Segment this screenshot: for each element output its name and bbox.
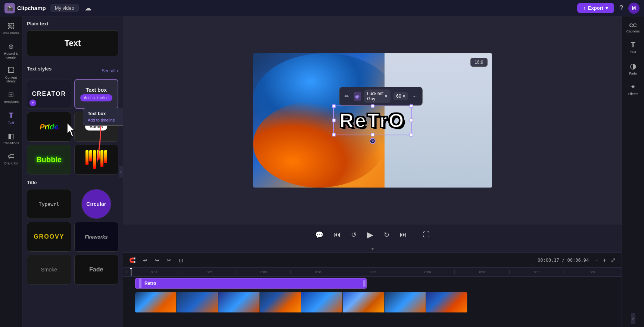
title-card-smoke[interactable]: Smoke — [27, 255, 71, 284]
undo-button[interactable]: ↩ — [141, 256, 149, 265]
title-card-groovy[interactable]: GROOVY — [27, 222, 71, 252]
handle-top-right[interactable] — [410, 104, 413, 108]
right-sidebar-effects[interactable]: ✦ Effects — [623, 80, 644, 99]
sidebar-item-record[interactable]: ⊕ Record & create — [1, 40, 22, 62]
style-card-button[interactable]: Button — [74, 112, 119, 142]
title-card-typewriter[interactable]: Typewrl — [27, 189, 71, 219]
sidebar-item-brand-kit[interactable]: 🏷 Brand kit — [1, 150, 22, 168]
video-preview: ✏ ◉ Luckiest Guy ▾ 60 ▾ ··· — [123, 16, 622, 224]
skip-end-button[interactable]: ⏭ — [398, 229, 409, 241]
right-sidebar-captions[interactable]: CC Captions — [623, 19, 644, 36]
timeline-ruler: 0:01 0:02 0:03 0:04 0:05 0:06 0:07 0:08 … — [123, 268, 622, 277]
style-card-glitch[interactable] — [74, 145, 119, 174]
fade-icon: ◑ — [630, 62, 636, 70]
style-button[interactable]: ◉ — [354, 92, 361, 101]
style-card-bubble[interactable]: Bubble — [27, 145, 71, 174]
export-button[interactable]: ↑ Export ▾ — [577, 3, 614, 13]
sidebar-item-transitions[interactable]: ◧ Transitions — [1, 129, 22, 148]
cut-button[interactable]: ✂ — [165, 256, 173, 265]
style-card-textbox[interactable]: Text box Add to timeline — [74, 79, 119, 109]
your-media-label: Your media — [3, 31, 19, 35]
video-thumb-1 — [135, 292, 177, 312]
font-selector[interactable]: Luckiest Guy ▾ — [364, 89, 390, 103]
captions-icon: CC — [629, 22, 637, 28]
rotate-handle[interactable]: ↻ — [370, 138, 376, 144]
text-style-grid: CREATOR + Text box Add to timeline Pride — [27, 79, 118, 174]
skip-start-button[interactable]: ⏮ — [332, 229, 343, 241]
your-media-icon: 🖼 — [8, 22, 15, 30]
right-sidebar-text[interactable]: T Text — [623, 38, 644, 57]
textbox-label: Text box — [85, 87, 107, 93]
title-card-circular[interactable]: Circular — [81, 189, 111, 219]
ruler-mark-007: 0:07 — [454, 270, 509, 274]
hide-right-panel-button[interactable]: › — [631, 313, 635, 324]
timeline-playhead[interactable] — [131, 268, 131, 276]
fade-label: Fade — [629, 72, 637, 75]
magnet-tool-button[interactable]: 🧲 — [128, 256, 137, 265]
handle-bottom-right[interactable] — [410, 133, 413, 136]
title-card-fireworks[interactable]: Fireworks — [74, 222, 119, 252]
style-card-creator[interactable]: CREATOR + — [27, 79, 71, 109]
font-name-label: Luckiest Guy — [367, 91, 383, 101]
timeline-collapse-row[interactable]: ▾ — [123, 245, 622, 253]
handle-bottom-left[interactable] — [332, 133, 335, 136]
fullscreen-button[interactable]: ⛶ — [421, 229, 432, 241]
play-button[interactable]: ▶ — [365, 228, 376, 242]
right-sidebar-fade[interactable]: ◑ Fade — [623, 59, 644, 78]
handle-mid-right[interactable] — [410, 119, 413, 122]
handle-mid-left[interactable] — [332, 119, 335, 122]
sidebar-item-your-media[interactable]: 🖼 Your media — [1, 19, 22, 38]
split-button[interactable]: ⊡ — [177, 256, 185, 265]
content-library-label: Content library — [2, 76, 20, 83]
text-selection-box[interactable]: ReTrO ↻ — [333, 106, 412, 135]
text-clip[interactable]: Retro — [135, 278, 367, 289]
playback-controls: 💬 ⏮ ↺ ▶ ↻ ⏭ ⛶ — [123, 224, 622, 245]
help-button[interactable]: ? — [618, 3, 625, 13]
fast-forward-button[interactable]: ↻ — [382, 229, 392, 241]
clip-handle-right[interactable] — [363, 280, 365, 287]
transitions-label: Transitions — [3, 141, 19, 145]
aspect-ratio-badge[interactable]: 16:9 — [470, 58, 487, 67]
video-title[interactable]: My video — [50, 4, 79, 12]
video-clip[interactable] — [135, 292, 467, 312]
content-library-icon: 🎞 — [8, 67, 15, 75]
ruler-mark-005: 0:05 — [345, 270, 400, 274]
user-avatar[interactable]: M — [628, 3, 640, 14]
handle-top-left[interactable] — [332, 104, 335, 108]
ruler-marks: 0:01 0:02 0:03 0:04 0:05 0:06 0:07 0:08 … — [126, 270, 619, 274]
title-card-fade[interactable]: Fade — [74, 255, 119, 284]
see-all-button[interactable]: See all › — [102, 68, 118, 73]
fit-to-window-button[interactable]: ⤢ — [609, 255, 617, 265]
fireworks-text: Fireworks — [85, 234, 108, 240]
smoke-text: Smoke — [41, 267, 57, 273]
zoom-out-button[interactable]: − — [593, 255, 600, 265]
handle-top-mid[interactable] — [371, 104, 374, 108]
icon-sidebar: 🖼 Your media ⊕ Record & create 🎞 Content… — [0, 16, 22, 327]
auto-save-icon[interactable]: ☁ — [83, 3, 93, 14]
app-name: Clipchamp — [17, 5, 46, 11]
transitions-icon: ◧ — [8, 132, 14, 140]
rewind-button[interactable]: ↺ — [349, 229, 359, 241]
sidebar-item-templates[interactable]: ⊞ Templates — [1, 88, 22, 107]
zoom-in-button[interactable]: + — [601, 255, 608, 265]
textbox-overlay: Text box Add to timeline — [75, 80, 118, 108]
style-card-pride[interactable]: Pride — [27, 112, 71, 142]
size-label: 60 — [396, 94, 401, 99]
sidebar-item-text[interactable]: T Text — [1, 108, 22, 128]
plain-text-card[interactable]: Text — [27, 30, 118, 56]
captions-toggle-button[interactable]: 💬 — [313, 229, 326, 241]
size-selector[interactable]: 60 ▾ — [393, 92, 408, 100]
sidebar-item-content-library[interactable]: 🎞 Content library — [1, 64, 22, 86]
ruler-mark-004: 0:04 — [290, 270, 345, 274]
retro-text-element[interactable]: ReTrO — [339, 110, 405, 131]
video-track-row — [126, 292, 619, 313]
pen-tool-button[interactable]: ✏ — [343, 92, 351, 101]
templates-label: Templates — [3, 100, 19, 104]
handle-bottom-mid[interactable] — [371, 133, 374, 136]
hide-panel-button[interactable]: ‹ — [119, 166, 123, 177]
add-to-timeline-button[interactable]: Add to timeline — [80, 94, 112, 101]
plain-text-section: Plain text Text — [22, 16, 123, 56]
more-options-button[interactable]: ··· — [411, 92, 419, 101]
redo-button[interactable]: ↪ — [153, 256, 161, 265]
ruler-mark-009: 0:09 — [564, 270, 619, 274]
